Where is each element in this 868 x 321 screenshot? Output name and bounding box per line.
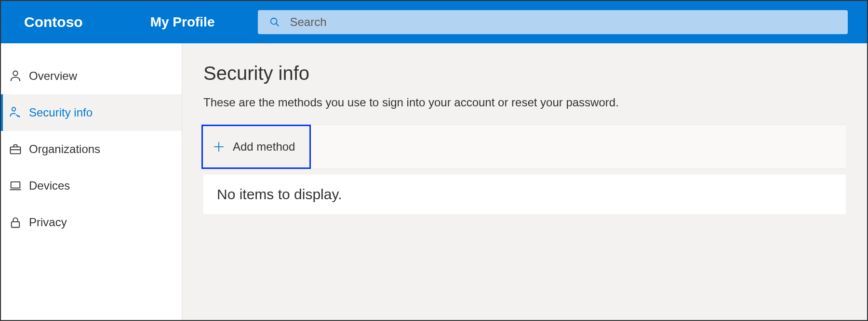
sidebar-item-label: Privacy [29, 216, 67, 229]
layout: Overview Security info Organizations [1, 43, 867, 320]
svg-rect-5 [11, 182, 20, 188]
page-title: Security info [203, 63, 846, 84]
svg-point-2 [13, 71, 17, 76]
sidebar-item-label: Organizations [29, 142, 100, 156]
sidebar-item-security-info[interactable]: Security info [1, 94, 182, 131]
methods-toolbar: Add method [203, 125, 846, 169]
svg-rect-4 [11, 147, 21, 154]
search-box[interactable] [258, 10, 848, 34]
search-input[interactable] [290, 15, 836, 29]
sidebar-item-label: Security info [29, 106, 93, 119]
empty-message: No items to display. [217, 186, 342, 202]
laptop-icon [9, 179, 22, 193]
svg-point-0 [271, 18, 277, 25]
page-subtitle: These are the methods you use to sign in… [203, 96, 846, 109]
sidebar-item-overview[interactable]: Overview [1, 58, 182, 94]
search-icon [269, 17, 280, 27]
svg-line-1 [276, 24, 279, 26]
brand-name: Contoso [24, 14, 83, 30]
sidebar-item-label: Overview [29, 69, 77, 83]
sidebar-item-label: Devices [29, 179, 70, 193]
plus-icon [213, 141, 225, 153]
app-header: Contoso My Profile [1, 1, 867, 43]
sidebar-item-organizations[interactable]: Organizations [1, 131, 182, 167]
sidebar-item-devices[interactable]: Devices [1, 167, 182, 204]
briefcase-icon [9, 142, 22, 156]
add-method-button[interactable]: Add method [201, 125, 311, 169]
main-content: Security info These are the methods you … [182, 43, 867, 320]
sidebar: Overview Security info Organizations [1, 43, 182, 320]
add-method-label: Add method [233, 140, 295, 154]
key-person-icon [9, 106, 22, 119]
sidebar-item-privacy[interactable]: Privacy [1, 204, 182, 241]
svg-point-3 [12, 107, 15, 111]
svg-rect-6 [12, 222, 19, 228]
empty-message-panel: No items to display. [203, 175, 846, 214]
lock-icon [9, 216, 22, 229]
profile-title: My Profile [150, 14, 215, 30]
person-icon [9, 69, 22, 83]
